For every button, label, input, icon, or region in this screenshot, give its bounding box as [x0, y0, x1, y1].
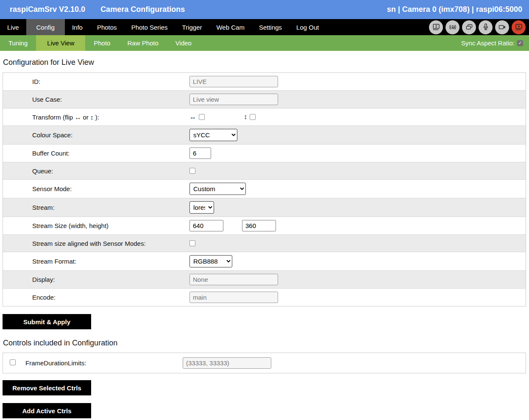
id-label: ID: [3, 78, 189, 85]
use-case-label: Use Case: [3, 96, 189, 103]
row-stream: Stream: lores [3, 198, 526, 217]
hflip-group: ↔ [189, 113, 205, 121]
config-heading: Configuration for Live View [3, 58, 526, 67]
stream-label: Stream: [3, 204, 189, 211]
controls-heading: Controls included in Configuration [3, 339, 526, 348]
display-label: Display: [3, 276, 189, 283]
nav-item-photo-series[interactable]: Photo Series [124, 19, 175, 35]
frame-duration-label: FrameDurationLimits: [25, 359, 183, 367]
row-id: ID: [3, 73, 526, 90]
frame-duration-checkbox[interactable] [10, 359, 16, 365]
subnav-item-tuning[interactable]: Tuning [0, 35, 36, 51]
add-active-ctrls-button[interactable]: Add Active Ctrls [3, 403, 91, 418]
display-input [189, 274, 278, 285]
use-case-input [189, 94, 278, 105]
controls-table: FrameDurationLimits: [3, 353, 526, 373]
stream-format-select[interactable]: RGB888 [189, 255, 232, 267]
subnav-item-raw-photo[interactable]: Raw Photo [119, 35, 167, 51]
microphone-icon[interactable] [479, 20, 493, 34]
config-subnav: Tuning Live View Photo Raw Photo Video S… [0, 35, 529, 51]
control-row-frame-duration: FrameDurationLimits: [3, 353, 526, 373]
stream-aligned-label: Stream size aligned with Sensor Modes: [3, 240, 189, 247]
row-stream-format: Stream Format: RGB888 [3, 252, 526, 270]
queue-checkbox[interactable] [189, 168, 195, 174]
vflip-group: ↕ [244, 113, 256, 121]
sensor-mode-select[interactable]: Custom [189, 183, 246, 195]
transform-label: Transform (flip ↔ or ↕ ): [3, 114, 189, 121]
row-display: Display: [3, 270, 526, 288]
remove-selected-ctrls-button[interactable]: Remove Selected Ctrls [3, 380, 91, 395]
stream-aligned-checkbox[interactable] [189, 240, 195, 246]
buffer-count-label: Buffer Count: [3, 150, 189, 157]
stream-width-input[interactable] [189, 220, 223, 231]
stream-format-label: Stream Format: [3, 258, 189, 265]
encode-input [189, 292, 278, 303]
nav-item-info[interactable]: Info [65, 19, 90, 35]
config-table: ID: Use Case: Transform (flip ↔ or ↕ ): … [3, 72, 526, 306]
queue-label: Queue: [3, 167, 189, 175]
hflip-checkbox[interactable] [199, 114, 205, 120]
frame-duration-input [183, 357, 271, 369]
row-sensor-mode: Sensor Mode: Custom [3, 179, 526, 198]
sync-aspect-ratio-checkbox[interactable] [517, 40, 523, 46]
submit-apply-button[interactable]: Submit & Apply [3, 314, 91, 329]
nav-item-trigger[interactable]: Trigger [175, 19, 209, 35]
row-stream-size: Stream Size (width, height) [3, 217, 526, 234]
colour-space-label: Colour Space: [3, 131, 189, 139]
subnav-item-live-view[interactable]: Live View [36, 35, 85, 51]
stream-select[interactable]: lores [189, 201, 214, 214]
stream-size-label: Stream Size (width, height) [3, 222, 189, 229]
status-icon-group: 2 [429, 19, 529, 35]
nav-item-settings[interactable]: Settings [252, 19, 289, 35]
colour-space-select[interactable]: sYCC [189, 129, 237, 141]
sync-aspect-ratio: Sync Aspect Ratio: [461, 35, 529, 51]
photos-stack-icon[interactable] [462, 20, 476, 34]
nav-item-web-cam[interactable]: Web Cam [209, 19, 251, 35]
nav-item-live[interactable]: Live [0, 19, 26, 35]
live-stream-icon[interactable] [512, 20, 526, 34]
stream-height-input[interactable] [242, 220, 276, 231]
buffer-count-input[interactable] [189, 147, 211, 159]
page-title: Camera Configurations [100, 5, 185, 14]
row-encode: Encode: [3, 288, 526, 306]
screens-icon[interactable]: 2 [429, 20, 443, 34]
hflip-arrow-icon: ↔ [189, 113, 196, 121]
camera-status: sn | Camera 0 (imx708) | raspi06:5000 [387, 5, 522, 14]
nav-item-config[interactable]: Config [26, 19, 65, 35]
vflip-checkbox[interactable] [250, 114, 256, 120]
nav-item-log-out[interactable]: Log Out [289, 19, 326, 35]
video-camera-icon[interactable] [495, 20, 509, 34]
subnav-item-photo[interactable]: Photo [85, 35, 119, 51]
titlebar: raspiCamSrv V2.10.0 Camera Configuration… [0, 0, 529, 19]
subnav-item-video[interactable]: Video [167, 35, 200, 51]
row-stream-aligned: Stream size aligned with Sensor Modes: [3, 234, 526, 252]
main-nav: Live Config Info Photos Photo Series Tri… [0, 19, 529, 35]
encode-label: Encode: [3, 294, 189, 301]
app-title: raspiCamSrv V2.10.0 [10, 5, 85, 14]
row-transform: Transform (flip ↔ or ↕ ): ↔ ↕ [3, 108, 526, 125]
motion-detection-icon[interactable] [445, 20, 459, 34]
sensor-mode-label: Sensor Mode: [3, 185, 189, 192]
vflip-arrow-icon: ↕ [244, 113, 247, 121]
svg-text:2: 2 [435, 25, 437, 28]
row-buffer-count: Buffer Count: [3, 144, 526, 162]
row-colour-space: Colour Space: sYCC [3, 125, 526, 144]
id-input [189, 76, 278, 87]
main-content: Configuration for Live View ID: Use Case… [0, 58, 529, 418]
sync-aspect-ratio-label: Sync Aspect Ratio: [461, 39, 515, 47]
row-use-case: Use Case: [3, 90, 526, 108]
row-queue: Queue: [3, 162, 526, 179]
nav-item-photos[interactable]: Photos [90, 19, 124, 35]
